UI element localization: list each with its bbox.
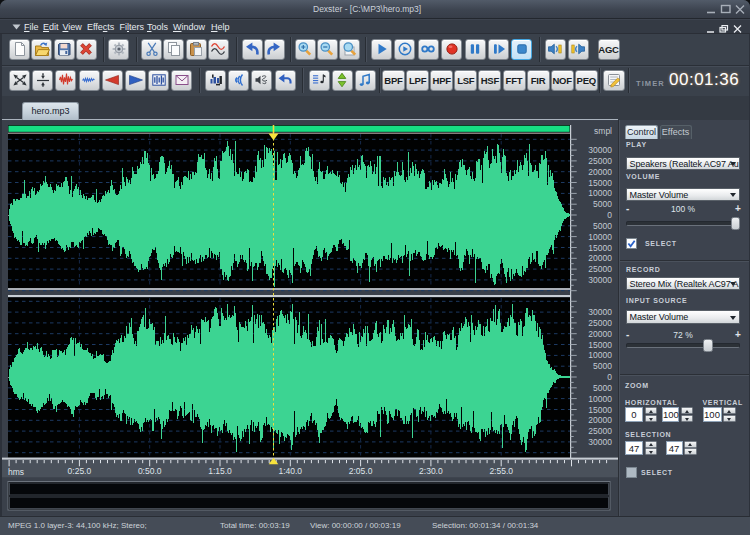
svg-text:2:30.0: 2:30.0 [419,466,443,476]
svg-text:10000: 10000 [588,188,612,198]
svg-text:25000: 25000 [588,264,612,274]
svg-text:15000: 15000 [588,178,612,188]
svg-text:2:55.0: 2:55.0 [489,466,513,476]
svg-text:20000: 20000 [588,167,612,177]
svg-text:10000: 10000 [588,350,612,360]
svg-text:15000: 15000 [588,243,612,253]
svg-text:20000: 20000 [588,415,612,425]
svg-text:10000: 10000 [588,394,612,404]
svg-text:5000: 5000 [593,361,612,371]
svg-text:5000: 5000 [593,221,612,231]
svg-text:0:50.0: 0:50.0 [138,466,162,476]
svg-text:1:40.0: 1:40.0 [278,466,302,476]
svg-text:hms: hms [8,467,24,477]
svg-text:20000: 20000 [588,253,612,263]
svg-text:smpl: smpl [594,126,612,136]
svg-text:0: 0 [607,210,612,220]
svg-text:30000: 30000 [588,145,612,155]
svg-text:30000: 30000 [588,275,612,285]
svg-text:25000: 25000 [588,426,612,436]
svg-text:30000: 30000 [588,437,612,447]
svg-text:30000: 30000 [588,307,612,317]
svg-text:5000: 5000 [593,199,612,209]
svg-text:25000: 25000 [588,318,612,328]
svg-text:2:05.0: 2:05.0 [349,466,373,476]
svg-text:1:15.0: 1:15.0 [208,466,232,476]
svg-text:0: 0 [607,372,612,382]
svg-text:15000: 15000 [588,405,612,415]
svg-text:15000: 15000 [588,340,612,350]
svg-text:0:25.0: 0:25.0 [68,466,92,476]
svg-text:25000: 25000 [588,156,612,166]
svg-text:10000: 10000 [588,232,612,242]
svg-text:5000: 5000 [593,383,612,393]
svg-text:20000: 20000 [588,329,612,339]
